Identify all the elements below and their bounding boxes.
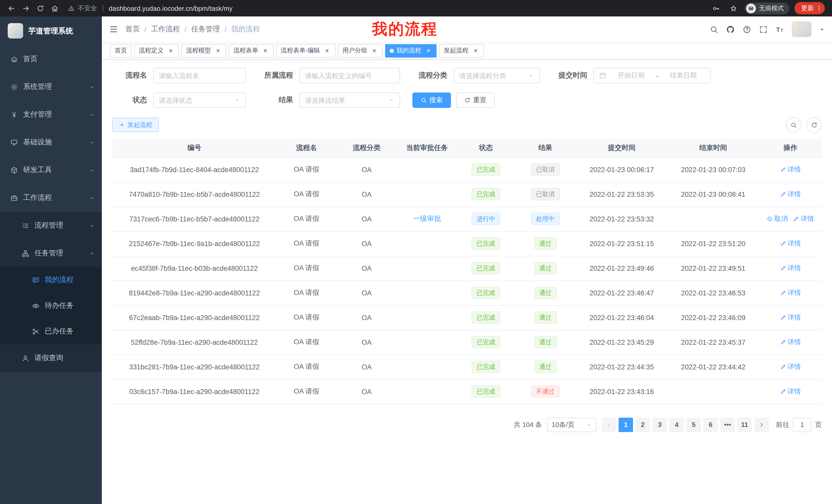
sidebar-item-payment[interactable]: 支付管理 [0, 101, 102, 129]
action-detail-link[interactable]: 详情 [780, 362, 801, 371]
search-icon[interactable] [710, 25, 718, 34]
page-button[interactable]: 5 [686, 417, 701, 432]
tab-close-icon[interactable]: × [323, 47, 331, 54]
status-tag: 已完成 [471, 311, 500, 324]
tab-process-form[interactable]: 流程表单× [229, 44, 274, 57]
action-cancel-link[interactable]: 取消 [767, 214, 788, 223]
chevron-up-icon [89, 250, 95, 256]
sidebar-item-infrastructure[interactable]: 基础设施 [0, 129, 102, 156]
action-detail-link[interactable]: 详情 [780, 313, 801, 322]
help-icon[interactable] [743, 25, 751, 34]
password-key-icon[interactable] [710, 2, 722, 15]
action-detail-link[interactable]: 详情 [780, 239, 801, 248]
tab-home[interactable]: 首页 [110, 44, 132, 57]
next-page-button[interactable] [754, 417, 769, 432]
breadcrumb-item[interactable]: 任务管理 [191, 25, 220, 34]
browser-forward-button[interactable] [20, 2, 32, 15]
status-select[interactable] [153, 92, 246, 108]
sidebar-item-task-management[interactable]: 任务管理 [0, 240, 102, 267]
reset-button[interactable]: 重置 [456, 92, 495, 108]
sidebar-item-home[interactable]: 首页 [0, 45, 102, 73]
prev-page-button[interactable] [602, 417, 616, 432]
cell-result: 已取消 [515, 182, 576, 206]
font-size-icon[interactable]: TT [775, 25, 784, 34]
sidebar-item-process-management[interactable]: 流程管理 [0, 212, 102, 240]
github-icon[interactable] [726, 25, 735, 34]
page-button[interactable]: 1 [619, 417, 633, 432]
action-detail-link[interactable]: 详情 [780, 263, 801, 273]
tab-close-icon[interactable]: × [472, 47, 479, 54]
hamburger-icon[interactable] [109, 25, 118, 34]
action-detail-link[interactable]: 详情 [780, 165, 801, 174]
tab-start-process[interactable]: 发起流程× [439, 44, 484, 57]
sidebar-item-done-task[interactable]: 已办任务 [0, 318, 102, 344]
tab-process-form-edit[interactable]: 流程表单-编辑× [276, 44, 335, 57]
fullscreen-icon[interactable] [759, 25, 768, 34]
search-button[interactable]: 搜索 [412, 92, 451, 108]
filter-row-1: 流程名 所属流程 流程分类 [112, 68, 822, 83]
page-button[interactable]: 11 [737, 417, 752, 432]
breadcrumb-item[interactable]: 工作流程 [151, 25, 180, 34]
update-button[interactable]: 更新 [795, 2, 825, 15]
tab-close-icon[interactable]: × [214, 47, 222, 54]
tab-my-process[interactable]: 我的流程× [385, 44, 437, 57]
tab-process-model[interactable]: 流程模型× [182, 44, 226, 57]
navbar-actions: TT [710, 22, 825, 37]
app-logo[interactable]: 芋道管理系统 [0, 17, 102, 45]
caret-down-icon[interactable] [819, 26, 825, 32]
category-select[interactable] [453, 68, 540, 83]
browser-menu-dots-icon[interactable] [815, 5, 823, 12]
user-avatar[interactable] [792, 22, 811, 37]
owner-process-input[interactable] [305, 72, 394, 79]
cancel-icon [767, 216, 773, 222]
cell-end-time [668, 206, 759, 231]
browser-home-button[interactable] [48, 2, 61, 15]
page-button[interactable]: 2 [635, 417, 650, 432]
current-task-link[interactable]: 一级审批 [413, 215, 441, 222]
tab-close-icon[interactable]: × [262, 47, 269, 54]
breadcrumb-item[interactable]: 首页 [126, 25, 140, 34]
action-detail-link[interactable]: 详情 [780, 338, 801, 347]
create-process-button[interactable]: 发起流程 [112, 118, 159, 132]
action-detail-link[interactable]: 详情 [780, 387, 801, 396]
browser-back-button[interactable] [5, 2, 18, 15]
action-detail-link[interactable]: 详情 [793, 214, 814, 223]
cell-actions: 详情 [759, 182, 822, 206]
tab-process-definition[interactable]: 流程定义× [134, 44, 179, 57]
tab-user-group[interactable]: 用户分组× [338, 44, 383, 57]
more-pages-button[interactable]: ••• [721, 417, 735, 432]
sidebar-item-workflow[interactable]: 工作流程 [0, 184, 102, 212]
refresh-table-button[interactable] [806, 117, 822, 133]
action-detail-link[interactable]: 详情 [780, 190, 801, 199]
edit-icon [780, 241, 786, 247]
tools-icon [10, 166, 18, 174]
goto-page-input[interactable] [793, 417, 811, 432]
tab-close-icon[interactable]: × [371, 47, 378, 54]
edit-icon [780, 314, 786, 320]
page-button[interactable]: 3 [653, 417, 667, 432]
toggle-search-button[interactable] [786, 117, 801, 133]
sidebar-item-system[interactable]: 系统管理 [0, 73, 102, 101]
cell-status: 已完成 [457, 379, 515, 404]
page-button[interactable]: 6 [703, 417, 718, 432]
bookmark-star-icon[interactable] [727, 2, 739, 15]
sidebar-item-my-process[interactable]: 我的流程 [0, 267, 102, 293]
tab-close-icon[interactable]: × [167, 47, 174, 54]
category-select-input[interactable] [459, 72, 525, 79]
process-name-input[interactable] [159, 72, 240, 79]
submit-time-label: 提交时间 [552, 71, 587, 80]
cell-end-time: 2022-01-22 23:46:53 [668, 281, 759, 305]
page-size-select[interactable]: 10条/页 [547, 417, 597, 432]
address-bar[interactable]: 不安全 dashboard.yudao.iocoder.cn/bpm/task/… [63, 4, 707, 12]
result-select-input[interactable] [305, 96, 385, 104]
sidebar-item-todo-task[interactable]: 待办任务 [0, 293, 102, 318]
sidebar-item-leave-query[interactable]: 请假查询 [0, 344, 102, 372]
sidebar-item-devtools[interactable]: 研发工具 [0, 156, 102, 184]
status-select-input[interactable] [159, 96, 231, 104]
result-select[interactable] [299, 92, 400, 108]
tab-close-icon[interactable]: × [425, 47, 432, 54]
page-button[interactable]: 4 [670, 417, 684, 432]
action-detail-link[interactable]: 详情 [780, 288, 801, 298]
browser-reload-button[interactable] [34, 2, 46, 15]
submit-time-range-picker[interactable]: 开始日期 - 结束日期 [593, 68, 711, 83]
